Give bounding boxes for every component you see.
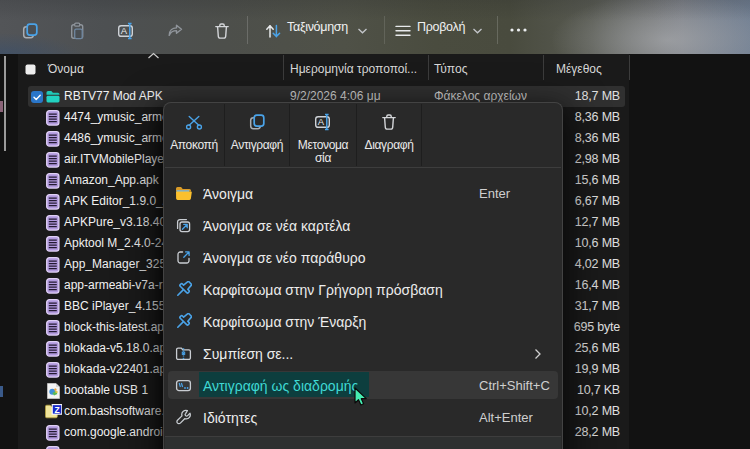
svg-text:Z: Z [54,405,59,415]
svg-text:A: A [318,116,325,127]
svg-text:A: A [121,25,128,36]
